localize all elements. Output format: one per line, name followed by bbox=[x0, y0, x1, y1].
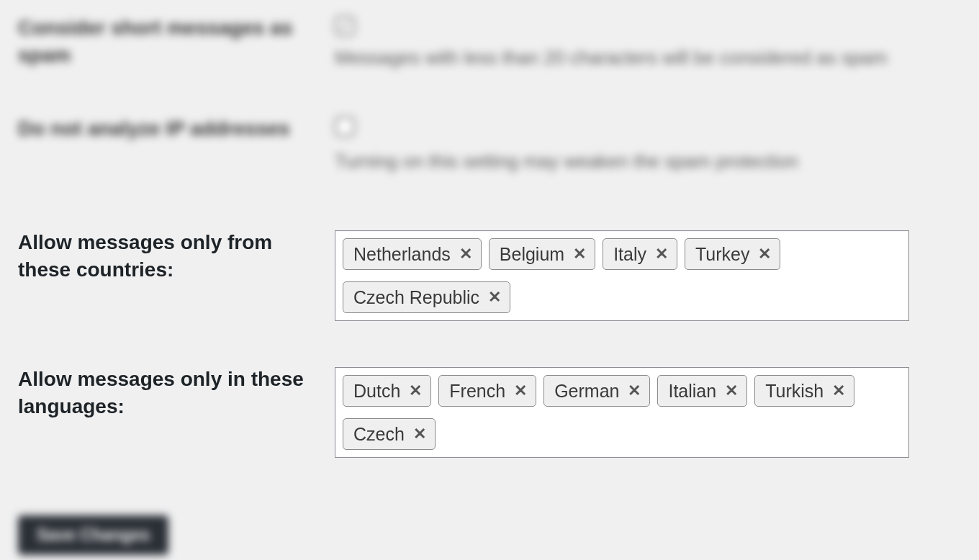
tag-country: Netherlands ✕ bbox=[343, 238, 482, 270]
close-icon[interactable]: ✕ bbox=[723, 383, 739, 399]
tag-label: Czech Republic bbox=[353, 286, 479, 308]
checkbox-short-messages[interactable]: ✓ bbox=[335, 16, 355, 36]
tag-label: French bbox=[449, 380, 505, 402]
field-short-messages: ✓ Messages with less than 20 characters … bbox=[335, 14, 961, 72]
tag-label: Netherlands bbox=[353, 243, 451, 265]
settings-form: Consider short messages as spam ✓ Messag… bbox=[0, 0, 979, 560]
close-icon[interactable]: ✕ bbox=[572, 246, 587, 262]
tag-label: Turkey bbox=[695, 243, 749, 265]
setting-row-short-messages: Consider short messages as spam ✓ Messag… bbox=[0, 0, 979, 86]
label-no-ip: Do not analyze IP addresses bbox=[18, 115, 335, 143]
close-icon[interactable]: ✕ bbox=[412, 426, 428, 442]
close-icon[interactable]: ✕ bbox=[487, 289, 502, 305]
field-countries: Netherlands ✕ Belgium ✕ Italy ✕ Turkey ✕… bbox=[335, 229, 961, 321]
setting-row-no-ip: Do not analyze IP addresses Turning on t… bbox=[0, 86, 979, 190]
description-short-messages: Messages with less than 20 characters wi… bbox=[335, 45, 961, 72]
description-no-ip: Turning on this setting may weaken the s… bbox=[335, 148, 961, 176]
tag-label: Dutch bbox=[353, 380, 400, 402]
close-icon[interactable]: ✕ bbox=[757, 246, 772, 262]
tag-country: Belgium ✕ bbox=[489, 238, 595, 270]
tag-language: German ✕ bbox=[543, 375, 650, 407]
label-short-messages: Consider short messages as spam bbox=[18, 14, 335, 69]
tag-label: German bbox=[554, 380, 619, 402]
tag-label: Czech bbox=[353, 423, 405, 445]
close-icon[interactable]: ✕ bbox=[831, 383, 847, 399]
tag-language: French ✕ bbox=[438, 375, 536, 407]
tag-country: Czech Republic ✕ bbox=[343, 281, 510, 313]
field-languages: Dutch ✕ French ✕ German ✕ Italian ✕ Turk… bbox=[335, 366, 961, 458]
tag-language: Italian ✕ bbox=[657, 375, 747, 407]
tag-country: Italy ✕ bbox=[603, 238, 677, 270]
label-languages: Allow messages only in these languages: bbox=[18, 366, 335, 420]
tag-language: Dutch ✕ bbox=[343, 375, 431, 407]
close-icon[interactable]: ✕ bbox=[513, 383, 528, 399]
tag-language: Czech ✕ bbox=[343, 418, 436, 450]
tag-label: Belgium bbox=[500, 243, 564, 265]
close-icon[interactable]: ✕ bbox=[626, 383, 642, 399]
setting-row-languages: Allow messages only in these languages: … bbox=[0, 335, 979, 472]
save-button[interactable]: Save Changes bbox=[18, 515, 168, 555]
field-no-ip: Turning on this setting may weaken the s… bbox=[335, 115, 961, 176]
tag-country: Turkey ✕ bbox=[685, 238, 780, 270]
tag-label: Italian bbox=[668, 380, 716, 402]
languages-tag-input[interactable]: Dutch ✕ French ✕ German ✕ Italian ✕ Turk… bbox=[335, 367, 909, 458]
tag-language: Turkish ✕ bbox=[754, 375, 854, 407]
label-countries: Allow messages only from these countries… bbox=[18, 229, 335, 284]
close-icon[interactable]: ✕ bbox=[407, 383, 423, 399]
tag-label: Turkish bbox=[765, 380, 824, 402]
checkbox-no-ip[interactable] bbox=[335, 117, 355, 137]
countries-tag-input[interactable]: Netherlands ✕ Belgium ✕ Italy ✕ Turkey ✕… bbox=[335, 230, 909, 321]
save-row: Save Changes bbox=[0, 472, 979, 560]
close-icon[interactable]: ✕ bbox=[654, 246, 669, 262]
tag-label: Italy bbox=[613, 243, 646, 265]
close-icon[interactable]: ✕ bbox=[458, 246, 474, 262]
setting-row-countries: Allow messages only from these countries… bbox=[0, 189, 979, 335]
